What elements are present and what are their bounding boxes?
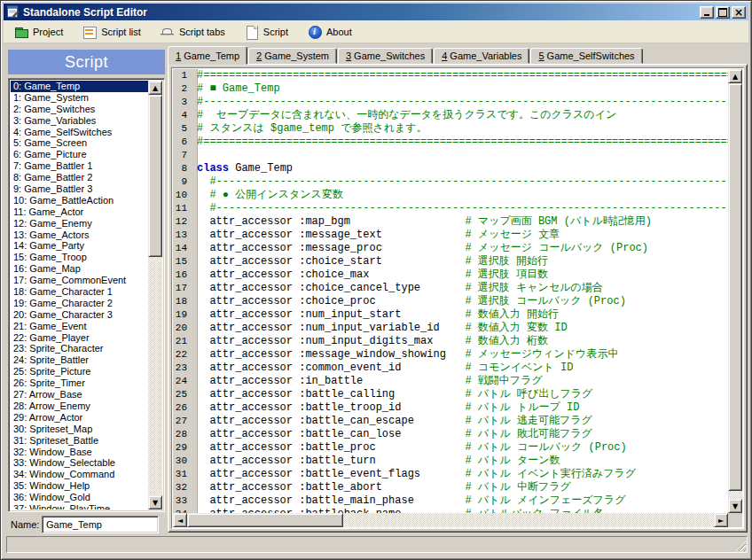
script-list-item[interactable]: 31: Spriteset_Battle (11, 435, 148, 447)
resize-grip[interactable] (734, 540, 746, 551)
scroll-down-button[interactable]: ▼ (148, 495, 162, 509)
code-segment-plain: attr_accessor :message_window_showing (197, 348, 465, 361)
line-number: 13 (173, 229, 192, 242)
maximize-button[interactable] (716, 6, 730, 19)
code-lines[interactable]: 1#======================================… (173, 69, 728, 513)
script-list-item[interactable]: 30: Spriteset_Map (11, 424, 148, 435)
script-list-item[interactable]: 29: Arrow_Actor (11, 412, 148, 424)
script-list-item[interactable]: 19: Game_Character 2 (11, 298, 148, 309)
scroll-down-button[interactable]: ▼ (728, 499, 742, 513)
line-number: 3 (173, 96, 192, 109)
script-list-item[interactable]: 12: Game_Enemy (11, 218, 148, 229)
script-list-item[interactable]: 18: Game_Character 1 (11, 286, 148, 298)
scrollbar-thumb[interactable] (187, 513, 343, 527)
code-line: 29 attr_accessor :battle_proc # バトル コールバ… (173, 441, 728, 455)
script-list-item[interactable]: 1: Game_System (11, 92, 148, 104)
scroll-up-button[interactable]: ▲ (148, 81, 162, 95)
line-number: 33 (173, 494, 192, 508)
name-input[interactable] (42, 516, 159, 533)
line-number: 1 (173, 69, 192, 82)
editor-horizontal-scrollbar[interactable]: ◄ ► (173, 513, 728, 527)
code-segment-comment: # メッセージ コールバック (Proc) (465, 242, 648, 254)
script-list-item[interactable]: 26: Sprite_Timer (11, 377, 148, 389)
script-list-scrollbar[interactable]: ▲ ▼ (148, 81, 162, 509)
tab-number: 3 (346, 51, 351, 61)
toolbar-button-label: Script tabs (179, 27, 225, 37)
tab-game_variables[interactable]: 4Game_Variables (434, 48, 529, 64)
code-line: 7 (173, 149, 728, 162)
close-button[interactable] (732, 6, 746, 19)
toolbar-button-script-tabs[interactable]: Script tabs (154, 22, 231, 42)
tab-label: Game_Temp (184, 51, 239, 61)
line-number: 18 (173, 295, 192, 308)
script-list-item[interactable]: 6: Game_Picture (11, 149, 148, 160)
code-line: 14 attr_accessor :message_proc # メッセージ コ… (173, 242, 728, 255)
code-segment-keyword: class (197, 162, 229, 175)
code-line: 20 attr_accessor :num_input_variable_id … (173, 322, 728, 335)
toolbar-button-about[interactable]: About (302, 22, 358, 42)
scroll-right-button[interactable]: ► (714, 513, 728, 527)
code-line: 2# ■ Game_Temp (173, 82, 728, 96)
script-list-item[interactable]: 34: Window_Command (11, 469, 148, 480)
script-list-item[interactable]: 37: Window_PlayTime (11, 503, 148, 509)
scrollbar-thumb[interactable] (728, 83, 742, 491)
line-number: 32 (173, 481, 192, 494)
tab-game_system[interactable]: 2Game_System (248, 48, 337, 64)
line-number: 23 (173, 362, 192, 375)
code-line: 25 attr_accessor :battle_calling # バトル 呼… (173, 388, 728, 401)
script-list-item[interactable]: 8: Game_Battler 2 (11, 172, 148, 183)
script-list-item[interactable]: 10: Game_BattleAction (11, 195, 148, 206)
tab-number: 4 (442, 51, 447, 61)
script-list-item[interactable]: 16: Game_Map (11, 263, 148, 275)
script-list-item[interactable]: 5: Game_Screen (11, 137, 148, 149)
script-list-item[interactable]: 14: Game_Party (11, 240, 148, 252)
line-number: 31 (173, 468, 192, 481)
line-number: 30 (173, 455, 192, 468)
script-list-item[interactable]: 32: Window_Base (11, 447, 148, 458)
script-list-item[interactable]: 13: Game_Actors (11, 229, 148, 241)
code-line: 22 attr_accessor :message_window_showing… (173, 348, 728, 362)
tab-game_switches[interactable]: 3Game_Switches (338, 48, 433, 64)
script-list-item[interactable]: 11: Game_Actor (11, 206, 148, 218)
script-list-item[interactable]: 2: Game_Switches (11, 104, 148, 115)
toolbar-button-project[interactable]: Project (8, 22, 69, 42)
script-list-item[interactable]: 28: Arrow_Enemy (11, 401, 148, 412)
script-list-item[interactable]: 21: Game_Event (11, 321, 148, 332)
code-segment-comment: # 数値入力 桁数 (465, 335, 548, 347)
code-line: 5# スタンスは $game_temp で参照されます。 (173, 122, 728, 136)
script-list-item[interactable]: 33: Window_Selectable (11, 457, 148, 469)
script-list-item[interactable]: 20: Game_Character 3 (11, 309, 148, 321)
scroll-left-button[interactable]: ◄ (173, 513, 187, 527)
tab-game_selfswitches[interactable]: 5Game_SelfSwitches (530, 48, 642, 64)
minimize-button[interactable] (700, 6, 714, 19)
script-list-item[interactable]: 4: Game_SelfSwitches (11, 127, 148, 138)
script-list-item[interactable]: 27: Arrow_Base (11, 389, 148, 401)
script-list-item[interactable]: 7: Game_Battler 1 (11, 160, 148, 172)
tab-number: 5 (538, 51, 544, 61)
code-line: 11 #------------------------------------… (173, 202, 728, 215)
toolbar-button-script[interactable]: Script (239, 22, 294, 42)
script-list-item[interactable]: 0: Game_Temp (11, 81, 148, 92)
tab-bar: 1Game_Temp2Game_System3Game_Switches4Gam… (168, 45, 644, 64)
line-number: 29 (173, 441, 192, 455)
line-number: 2 (173, 82, 192, 96)
script-list-item[interactable]: 3: Game_Variables (11, 115, 148, 127)
editor-vertical-scrollbar[interactable]: ▲ ▼ (728, 69, 742, 513)
script-list-item[interactable]: 24: Sprite_Battler (11, 354, 148, 366)
code-segment-plain: attr_accessor :choice_max (197, 268, 465, 281)
script-list-item[interactable]: 25: Sprite_Picture (11, 366, 148, 377)
tab-game_temp[interactable]: 1Game_Temp (168, 46, 247, 65)
scrollbar-thumb[interactable] (148, 95, 162, 257)
script-list-item[interactable]: 17: Game_CommonEvent (11, 275, 148, 286)
script-list-item[interactable]: 23: Sprite_Character (11, 343, 148, 354)
script-list-item[interactable]: 9: Game_Battler 3 (11, 183, 148, 195)
toolbar-button-script-list[interactable]: Script list (76, 22, 147, 42)
script-list-item[interactable]: 15: Game_Troop (11, 252, 148, 263)
scroll-up-button[interactable]: ▲ (728, 69, 742, 83)
code-line: 16 attr_accessor :choice_max # 選択肢 項目数 (173, 268, 728, 282)
script-list-item[interactable]: 35: Window_Help (11, 480, 148, 492)
code-line: 3#--------------------------------------… (173, 96, 728, 109)
script-list-item[interactable]: 22: Game_Player (11, 332, 148, 344)
tab-label: Game_SelfSwitches (547, 51, 635, 61)
script-list-item[interactable]: 36: Window_Gold (11, 492, 148, 503)
